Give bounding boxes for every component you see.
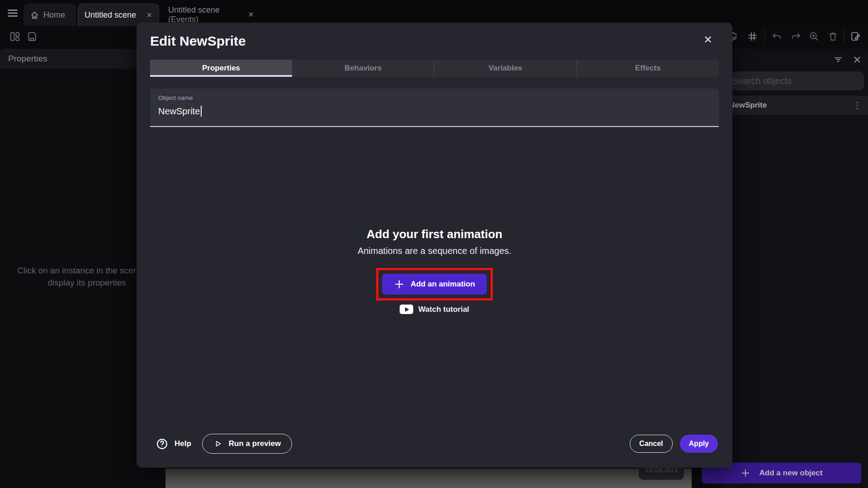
- tab-properties-label: Properties: [202, 64, 240, 73]
- empty-state-heading: Add your first animation: [367, 227, 502, 241]
- tab-scene-label: Untitled scene: [85, 10, 136, 20]
- add-animation-label: Add an animation: [410, 280, 475, 289]
- run-preview-button[interactable]: Run a preview: [202, 434, 292, 454]
- properties-panel-title: Properties: [8, 54, 47, 64]
- dialog-footer: Help Run a preview Cancel Apply: [156, 433, 718, 454]
- tab-properties[interactable]: Properties: [150, 60, 292, 77]
- properties-hint-line2: display its properties: [17, 278, 156, 288]
- dialog-actions: Cancel Apply: [630, 435, 718, 453]
- properties-hint-line1: Click on an instance in the scene to: [17, 266, 152, 276]
- search-objects-field: [725, 71, 864, 90]
- filter-icon[interactable]: [833, 55, 843, 65]
- main-menu-icon[interactable]: [6, 7, 19, 19]
- play-icon: [213, 439, 222, 448]
- close-panel-icon[interactable]: [852, 55, 862, 65]
- object-name-label: Object name: [158, 94, 193, 101]
- apply-button[interactable]: Apply: [680, 435, 718, 453]
- tab-effects[interactable]: Effects: [576, 60, 719, 77]
- help-circle-icon: [156, 438, 168, 450]
- object-name-value: NewSprite: [158, 106, 202, 117]
- redo-icon[interactable]: [790, 31, 802, 42]
- apply-label: Apply: [689, 440, 709, 448]
- dialog-close-icon[interactable]: ✕: [703, 34, 713, 45]
- tab-home-label: Home: [43, 10, 65, 20]
- home-icon: [30, 10, 39, 20]
- tab-home[interactable]: Home: [24, 4, 76, 26]
- add-new-object-label: Add a new object: [760, 469, 823, 478]
- highlight-annotation-box: Add an animation: [376, 268, 493, 300]
- tab-variables[interactable]: Variables: [434, 60, 576, 77]
- toolbar-separator: [764, 29, 765, 44]
- gdevelop-window: Home Untitled scene ✕ Untitled scene (Ev…: [0, 0, 868, 488]
- plus-icon: [394, 279, 405, 290]
- zoom-in-icon[interactable]: [808, 31, 820, 42]
- watch-tutorial-label: Watch tutorial: [418, 305, 469, 314]
- dialog-tab-bar: Properties Behaviors Variables Effects: [150, 60, 719, 77]
- text-caret: [201, 106, 202, 117]
- watch-tutorial-link[interactable]: Watch tutorial: [400, 305, 469, 314]
- close-tab-icon[interactable]: ✕: [146, 12, 152, 19]
- close-tab-icon[interactable]: ✕: [248, 11, 254, 19]
- help-label: Help: [175, 439, 191, 448]
- youtube-play-icon: [400, 305, 413, 314]
- empty-state-subtext: Animations are a sequence of images.: [358, 246, 511, 256]
- open-editors-panel-icon[interactable]: [9, 31, 21, 42]
- object-name-text: NewSprite: [158, 106, 200, 117]
- tab-behaviors-label: Behaviors: [344, 64, 382, 73]
- objects-panel: NewSprite ⋮: [722, 49, 868, 488]
- dialog-title: Edit NewSprite: [150, 33, 246, 49]
- cancel-label: Cancel: [639, 440, 663, 448]
- undo-icon[interactable]: [771, 31, 783, 42]
- animations-empty-state: Add your first animation Animations are …: [137, 227, 732, 314]
- grid-icon[interactable]: [747, 31, 758, 42]
- object-menu-icon[interactable]: ⋮: [853, 100, 862, 111]
- scene-canvas[interactable]: [165, 469, 692, 488]
- edit-object-dialog: Edit NewSprite ✕ Properties Behaviors Va…: [137, 23, 732, 468]
- object-list-item[interactable]: NewSprite ⋮: [722, 96, 868, 115]
- help-button[interactable]: Help: [156, 438, 191, 450]
- save-icon[interactable]: [26, 31, 38, 42]
- search-objects-input[interactable]: [725, 71, 864, 90]
- edit-scene-properties-icon[interactable]: [850, 31, 861, 42]
- cancel-button[interactable]: Cancel: [630, 435, 672, 453]
- trash-icon[interactable]: [827, 31, 839, 42]
- add-animation-button[interactable]: Add an animation: [382, 274, 487, 295]
- object-name: NewSprite: [729, 101, 767, 110]
- tab-effects-label: Effects: [635, 64, 661, 73]
- plus-icon: [741, 468, 750, 478]
- tab-variables-label: Variables: [489, 64, 523, 73]
- tab-behaviors[interactable]: Behaviors: [292, 60, 434, 77]
- toolbar-separator: [844, 29, 844, 44]
- object-name-field[interactable]: Object name NewSprite: [150, 89, 719, 127]
- run-preview-label: Run a preview: [229, 439, 281, 448]
- tab-events-label: Untitled scene (Events): [168, 5, 243, 24]
